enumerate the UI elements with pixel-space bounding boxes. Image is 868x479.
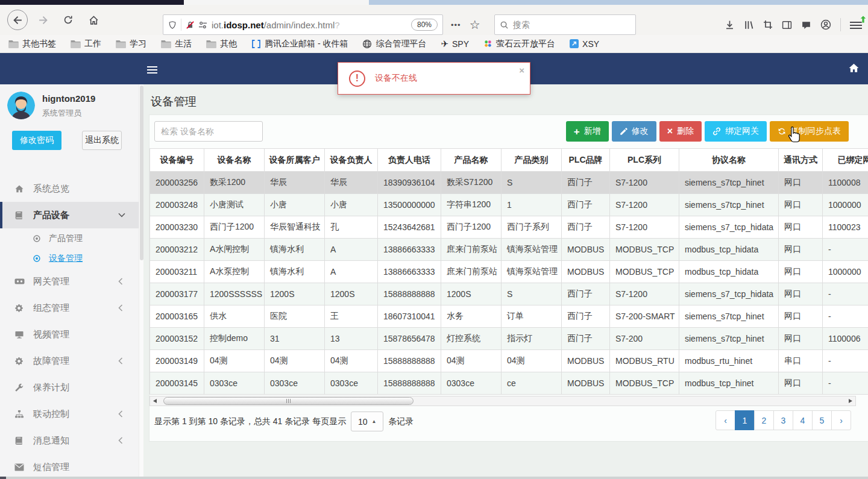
sidebar-item-label: 故障管理 bbox=[33, 355, 69, 367]
bookmark-spy[interactable]: ✈SPY bbox=[441, 39, 469, 49]
pagination-page-3[interactable]: 3 bbox=[773, 410, 793, 430]
reload-button[interactable] bbox=[58, 10, 78, 30]
url-path: /admin/index.html bbox=[264, 20, 335, 30]
copy-sync-button[interactable]: 复制同步点表 bbox=[770, 121, 849, 142]
bookmark-tencent-mail[interactable]: 腾讯企业邮箱 - 收件箱 bbox=[251, 39, 348, 49]
sidebar-item-overview[interactable]: 系统总览 bbox=[0, 175, 139, 202]
sidebar-item-gateway[interactable]: 网关管理 bbox=[0, 268, 139, 295]
permissions-icon[interactable] bbox=[198, 20, 207, 30]
bookmark-label: 腾讯企业邮箱 - 收件箱 bbox=[265, 39, 348, 49]
bookmark-mgmt-platform[interactable]: 综合管理平台 bbox=[362, 39, 426, 49]
sidebar-item-scada[interactable]: 组态管理 bbox=[0, 295, 139, 321]
table-row[interactable]: 200003256数采1200华辰华辰18390936104数采S71200S西… bbox=[150, 172, 868, 194]
app-home-icon[interactable] bbox=[848, 63, 860, 74]
browser-search-input[interactable] bbox=[513, 20, 631, 30]
pagination-page-1[interactable]: 1 bbox=[735, 410, 755, 430]
sidebar-item-maintenance[interactable]: 保养计划 bbox=[0, 374, 139, 401]
pagination-next[interactable]: › bbox=[831, 410, 851, 430]
home-button[interactable] bbox=[83, 10, 104, 30]
table-cell: siemens_s7tcp_hinet bbox=[679, 194, 779, 216]
scroll-right-arrow[interactable] bbox=[846, 396, 855, 405]
zoom-level-badge[interactable]: 80% bbox=[411, 19, 438, 31]
forward-button[interactable] bbox=[33, 10, 53, 30]
table-row[interactable]: 200003212A水闸控制镇海水利A13886663333庶来门前泵站镇海泵站… bbox=[150, 239, 868, 261]
table-row[interactable]: 200003248小唐测试小唐小唐13500000000字符串12001西门子S… bbox=[150, 194, 868, 216]
pagination-page-2[interactable]: 2 bbox=[754, 410, 774, 430]
back-button[interactable] bbox=[7, 10, 28, 30]
sidebar-item-label: 产品设备 bbox=[33, 210, 69, 221]
add-button[interactable]: +新增 bbox=[566, 121, 609, 142]
bookmark-folder-other-bookmarks[interactable]: 其他书签 bbox=[8, 39, 56, 49]
table-cell: - bbox=[823, 239, 868, 261]
table-cell: 镇海水利 bbox=[265, 261, 325, 283]
bookmark-folder-work[interactable]: 工作 bbox=[71, 39, 101, 49]
table-cell: S7-1200 bbox=[610, 172, 679, 194]
bookmark-ys-cloud[interactable]: 萤石云开放平台 bbox=[483, 39, 555, 49]
table-cell: 200003177 bbox=[150, 283, 204, 305]
bookmark-folder-misc[interactable]: 其他 bbox=[206, 39, 237, 49]
table-cell: 医院 bbox=[265, 305, 325, 328]
bookmark-folder-life[interactable]: 生活 bbox=[161, 39, 192, 49]
sidebar-collapse-button[interactable] bbox=[147, 64, 157, 75]
sidebar-item-product-manage[interactable]: 产品管理 bbox=[0, 228, 139, 248]
shield-icon[interactable] bbox=[168, 20, 177, 30]
bookmark-xsy[interactable]: XSY bbox=[570, 39, 599, 49]
logout-button[interactable]: 退出系统 bbox=[82, 131, 122, 150]
table-cell: 网口 bbox=[779, 372, 823, 395]
menu-button[interactable] bbox=[850, 20, 862, 30]
address-bar[interactable]: iot.idosp.net/admin/index.html? 80% bbox=[163, 14, 443, 35]
insecure-lock-icon[interactable] bbox=[186, 20, 195, 30]
table-cell: 200003212 bbox=[150, 239, 204, 261]
screenshot-icon[interactable] bbox=[763, 20, 773, 30]
bookmark-folder-study[interactable]: 学习 bbox=[116, 39, 146, 49]
sidebar-item-product-device[interactable]: 产品设备 bbox=[0, 202, 139, 228]
scrollbar-thumb[interactable] bbox=[163, 397, 414, 405]
account-icon[interactable] bbox=[820, 19, 831, 30]
pagination-page-4[interactable]: 4 bbox=[793, 410, 813, 430]
browser-search-box[interactable] bbox=[494, 14, 636, 35]
horizontal-scrollbar[interactable] bbox=[149, 396, 856, 406]
device-search-input[interactable] bbox=[154, 121, 263, 142]
pagination-page-5[interactable]: 5 bbox=[812, 410, 832, 430]
table-row[interactable]: 200003230西门子1200华辰智通科技孔15243642681西门子120… bbox=[150, 216, 868, 239]
x-icon: × bbox=[667, 127, 673, 136]
table-cell: 1200S bbox=[265, 283, 325, 305]
table-row[interactable]: 2000031450303ce0303ce0303ce1588888888803… bbox=[150, 372, 868, 395]
sidebar-scrollbar[interactable] bbox=[139, 84, 143, 479]
table-row[interactable]: 20000314904测04测04测1588888888804测04测MODBU… bbox=[150, 350, 868, 372]
alert-close-icon[interactable]: × bbox=[519, 65, 524, 75]
sidebar-toggle-icon[interactable] bbox=[782, 20, 792, 30]
url-text: iot.idosp.net/admin/index.html? bbox=[212, 20, 409, 30]
table-toolbar: +新增修改×删除绑定网关复制同步点表 bbox=[563, 121, 849, 142]
pagination-prev[interactable]: ‹ bbox=[715, 410, 735, 430]
downloads-icon[interactable] bbox=[725, 20, 735, 30]
edit-button[interactable]: 修改 bbox=[612, 121, 656, 142]
table-row[interactable]: 200003165供水医院王18607310041水务订单西门子S7-200-S… bbox=[150, 305, 868, 328]
table-cell: 网口 bbox=[779, 194, 823, 216]
change-password-button[interactable]: 修改密码 bbox=[12, 131, 61, 150]
bookmark-star-icon[interactable]: ☆ bbox=[467, 17, 483, 32]
delete-button[interactable]: ×删除 bbox=[659, 121, 702, 142]
page-actions-icon[interactable]: ••• bbox=[448, 20, 464, 30]
page-size-select[interactable]: 10 ▲ bbox=[351, 412, 383, 431]
search-icon bbox=[500, 20, 509, 30]
bind-gateway-button[interactable]: 绑定网关 bbox=[705, 121, 767, 142]
table-cell: 0303ce bbox=[265, 372, 325, 395]
sidebar-item-device-manage[interactable]: 设备管理 bbox=[0, 248, 139, 268]
table-cell: 西门子 bbox=[562, 283, 610, 305]
book-icon bbox=[14, 211, 25, 220]
sidebar-item-fault[interactable]: 故障管理 bbox=[0, 348, 139, 374]
table-row[interactable]: 2000031771200SSSSSS1200S1200S15888888888… bbox=[150, 283, 868, 305]
sidebar-item-label: 视频管理 bbox=[33, 329, 69, 340]
sidebar-item-video[interactable]: 视频管理 bbox=[0, 321, 139, 348]
scroll-left-arrow[interactable] bbox=[150, 396, 160, 405]
library-icon[interactable] bbox=[744, 20, 754, 30]
sidebar-item-message[interactable]: 消息通知 bbox=[0, 427, 139, 454]
sidebar-item-sms[interactable]: 短信管理 bbox=[0, 454, 139, 479]
sidebar-item-linkage[interactable]: 联动控制 bbox=[0, 401, 139, 427]
messages-icon[interactable] bbox=[801, 20, 811, 30]
table-row[interactable]: 200003152控制demo311315878656478灯控系统指示灯西门子… bbox=[150, 328, 868, 350]
table-cell: MODBUS_TCP bbox=[610, 239, 679, 261]
button-label: 新增 bbox=[584, 126, 601, 137]
table-row[interactable]: 200003211A水泵控制镇海水利A13886663333庶来门前泵站镇海泵站… bbox=[150, 261, 868, 283]
